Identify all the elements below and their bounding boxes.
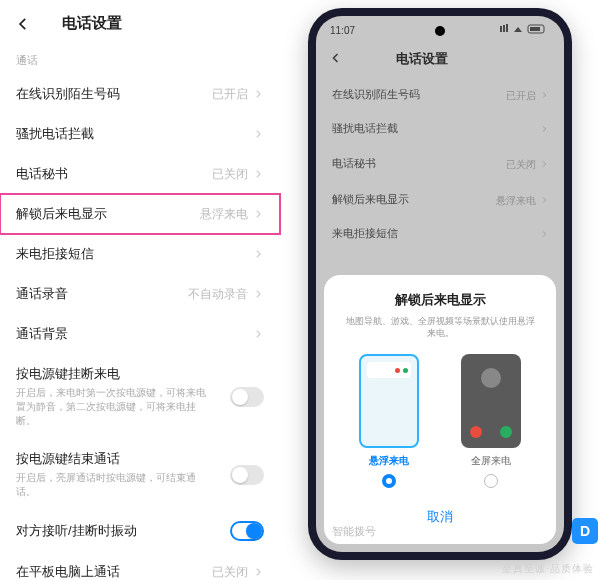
settings-pane: 电话设置 通话 在线识别陌生号码 已开启 骚扰电话拦截 电话秘书 已关闭 解锁后… xyxy=(0,0,280,580)
row-value: 已关闭 xyxy=(212,564,248,581)
row-value: 已关闭 xyxy=(212,166,248,183)
row-label: 在线识别陌生号码 xyxy=(16,85,120,103)
row-smart-dial: 智能拨号 xyxy=(316,515,564,548)
option-float[interactable]: 悬浮来电 xyxy=(359,354,419,488)
preview-full xyxy=(461,354,521,448)
back-icon[interactable] xyxy=(14,15,32,33)
radio-unselected[interactable] xyxy=(484,474,498,488)
option-full[interactable]: 全屏来电 xyxy=(461,354,521,488)
row-unlock-incoming[interactable]: 解锁后来电显示 悬浮来电 xyxy=(0,194,280,234)
row-label: 通话录音 xyxy=(16,285,68,303)
camera-punch-hole xyxy=(435,26,445,36)
row-vibrate[interactable]: 对方接听/挂断时振动 xyxy=(0,510,280,552)
bottom-sheet: 解锁后来电显示 地图导航、游戏、全屏视频等场景默认使用悬浮来电。 悬浮来电 全屏… xyxy=(324,275,556,544)
row-background[interactable]: 通话背景 xyxy=(0,314,280,354)
chevron-right-icon xyxy=(252,208,264,220)
sheet-title: 解锁后来电显示 xyxy=(338,291,542,309)
toggle-on[interactable] xyxy=(230,521,264,541)
row-power-end[interactable]: 按电源键结束通话 开启后，亮屏通话时按电源键，可结束通话。 xyxy=(0,439,280,510)
watermark-badge: D xyxy=(572,518,598,544)
row-reject-sms[interactable]: 来电拒接短信 xyxy=(0,234,280,274)
row-label: 来电拒接短信 xyxy=(16,245,94,263)
row-value: 不自动录音 xyxy=(188,286,248,303)
row-secretary[interactable]: 电话秘书 已关闭 xyxy=(0,154,280,194)
section-header-call: 通话 xyxy=(0,43,280,74)
chevron-right-icon xyxy=(252,566,264,578)
row-value: 已开启 xyxy=(212,86,248,103)
row-online-id[interactable]: 在线识别陌生号码 已开启 xyxy=(0,74,280,114)
chevron-right-icon xyxy=(252,168,264,180)
option-label: 全屏来电 xyxy=(471,454,511,468)
row-power-hangup[interactable]: 按电源键挂断来电 开启后，来电时第一次按电源键，可将来电置为静音，第二次按电源键… xyxy=(0,354,280,439)
preview-float xyxy=(359,354,419,448)
row-label: 按电源键结束通话 xyxy=(16,450,206,468)
row-label: 骚扰电话拦截 xyxy=(16,125,94,143)
row-label: 智能拨号 xyxy=(332,524,376,539)
row-label: 按电源键挂断来电 xyxy=(16,365,206,383)
chevron-right-icon xyxy=(252,128,264,140)
chevron-right-icon xyxy=(252,248,264,260)
row-sublabel: 开启后，亮屏通话时按电源键，可结束通话。 xyxy=(16,471,206,499)
row-tablet[interactable]: 在平板电脑上通话 已关闭 xyxy=(0,552,280,580)
chevron-right-icon xyxy=(252,288,264,300)
phone-screen: 11:07 电话设置 在线识别陌生号码 已开启 骚扰电话拦截 电话秘书 已关闭 … xyxy=(316,16,564,552)
row-label: 在平板电脑上通话 xyxy=(16,563,120,580)
row-value: 悬浮来电 xyxy=(200,206,248,223)
row-sublabel: 开启后，来电时第一次按电源键，可将来电置为静音，第二次按电源键，可将来电挂断。 xyxy=(16,386,206,428)
chevron-right-icon xyxy=(252,328,264,340)
row-label: 电话秘书 xyxy=(16,165,68,183)
row-recording[interactable]: 通话录音 不自动录音 xyxy=(0,274,280,314)
row-label: 对方接听/挂断时振动 xyxy=(16,522,137,540)
sheet-desc: 地图导航、游戏、全屏视频等场景默认使用悬浮来电。 xyxy=(338,315,542,340)
toggle-off[interactable] xyxy=(230,465,264,485)
header: 电话设置 xyxy=(0,0,280,43)
option-label: 悬浮来电 xyxy=(369,454,409,468)
page-title: 电话设置 xyxy=(62,14,122,33)
row-label: 通话背景 xyxy=(16,325,68,343)
row-label: 解锁后来电显示 xyxy=(16,205,107,223)
row-block[interactable]: 骚扰电话拦截 xyxy=(0,114,280,154)
phone-frame: 11:07 电话设置 在线识别陌生号码 已开启 骚扰电话拦截 电话秘书 已关闭 … xyxy=(308,8,572,560)
watermark-text: 至真至诚·品质体验 xyxy=(502,562,594,576)
toggle-off[interactable] xyxy=(230,387,264,407)
radio-selected[interactable] xyxy=(382,474,396,488)
sheet-options: 悬浮来电 全屏来电 xyxy=(338,354,542,488)
chevron-right-icon xyxy=(252,88,264,100)
